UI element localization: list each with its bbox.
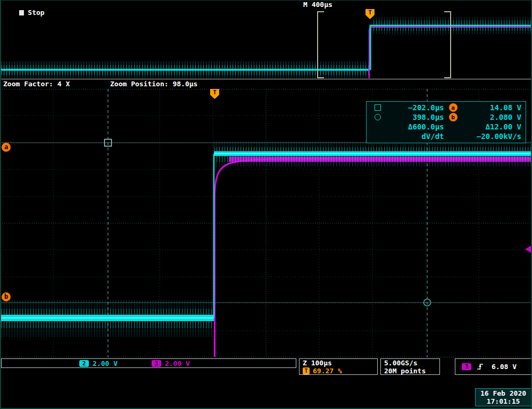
trigger-info-box[interactable]: 3 6.08 V (455, 358, 532, 375)
cursor-readout-box: −202.0μs a 14.08 V 398.0μs b 2.080 V Δ60… (366, 101, 526, 143)
zoom-position-label: Zoom Position: 98.0μs (110, 80, 197, 88)
overview-ch2-trace (0, 61, 370, 78)
cursor-delta-time: Δ600.0μs (385, 122, 444, 131)
sample-rate: 5.00GS/s (384, 359, 439, 367)
zoom-timebase-box[interactable]: Z 100μs T 69.27 % (299, 358, 378, 375)
ch2-trace (0, 141, 532, 337)
cursor-b-value: 2.080 V (462, 113, 522, 121)
ch3-trace (215, 153, 532, 357)
main-timebase-label: M 400μs (303, 1, 332, 9)
trigger-flag-letter: T (213, 89, 217, 96)
cursor-delta-value: Δ12.00 V (462, 122, 522, 131)
trigger-position-value: 69.27 % (313, 367, 342, 375)
circle-cursor-icon (371, 114, 385, 120)
date-label: 16 Feb 2020 (480, 389, 526, 397)
ch2-scale: 2.00 V (93, 359, 118, 367)
ch3-scale: 2.00 V (165, 359, 190, 367)
record-length: 20M points (384, 367, 439, 375)
cursor-b-badge[interactable]: b (2, 292, 11, 301)
cursor-a-time: −202.0μs (385, 103, 444, 112)
trigger-position-badge: T (303, 367, 310, 374)
edge-rising-icon (476, 363, 484, 371)
datetime-box: 16 Feb 2020 17:01:15 (475, 388, 531, 406)
trigger-level-arrow[interactable] (525, 246, 531, 253)
ch2-badge[interactable]: 2 (79, 360, 89, 367)
overview-separator (0, 79, 532, 79)
cursor-a-value: 14.08 V (462, 103, 522, 112)
zoom-factor-label: Zoom Factor: 4 X (3, 80, 70, 88)
dvdt-value: −20.00kV/s (462, 132, 522, 141)
acquisition-info-box[interactable]: 5.00GS/s 20M points (380, 358, 440, 375)
readout-b-badge: b (449, 113, 458, 121)
oscilloscope-screen: Stop M 400μs T Zoom Factor (0, 0, 532, 409)
trigger-level-value: 6.08 V (492, 363, 517, 371)
channel-scale-bar[interactable]: 2 2.00 V 3 2.00 V (1, 358, 296, 368)
cursor-b-time: 398.0μs (385, 113, 444, 121)
readout-a-badge: a (449, 103, 458, 112)
ch3-badge[interactable]: 3 (152, 360, 161, 367)
trigger-source-badge: 3 (462, 363, 471, 370)
cursor-a-badge[interactable]: a (2, 143, 11, 152)
time-label: 17:01:15 (487, 397, 520, 405)
overview-waveform-area (0, 9, 532, 79)
trigger-flag-letter: T (368, 9, 372, 16)
zoom-timebase-label: Z 100μs (303, 359, 332, 367)
square-cursor-icon (371, 104, 385, 111)
dvdt-label: dV/dt (385, 132, 444, 141)
